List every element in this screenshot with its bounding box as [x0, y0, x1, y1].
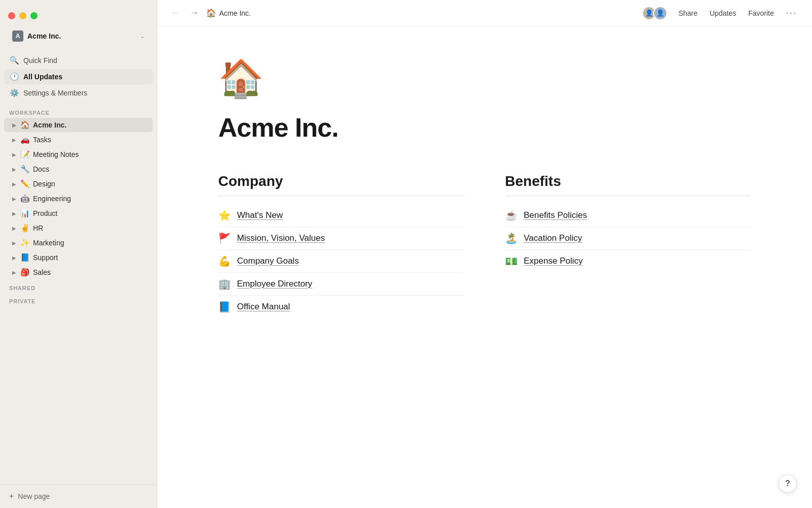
- clock-icon: 🕐: [9, 72, 19, 81]
- expense-emoji: 💵: [505, 255, 518, 267]
- sidebar-item-design[interactable]: ▶ ✏️ Design: [4, 177, 153, 191]
- workspace-name: Acme Inc.: [27, 32, 136, 40]
- traffic-lights: [8, 8, 149, 19]
- goals-emoji: 💪: [218, 255, 231, 267]
- help-button[interactable]: ?: [779, 474, 797, 493]
- benefits-links-list: ☕ Benefits Policies 🏝️ Vacation Policy 💵…: [505, 204, 751, 272]
- list-item[interactable]: ⭐ What's New: [218, 204, 464, 227]
- more-options-button[interactable]: ···: [781, 5, 802, 21]
- sidebar-item-support[interactable]: ▶ 📘 Support: [4, 250, 153, 265]
- benefits-heading: Benefits: [505, 173, 751, 196]
- sidebar-item-product[interactable]: ▶ 📊 Product: [4, 206, 153, 220]
- page-main-title: Acme Inc.: [218, 112, 751, 143]
- manual-emoji: 📘: [218, 301, 231, 313]
- sidebar-item-quick-find[interactable]: 🔍 Quick Find: [4, 53, 153, 68]
- expand-arrow-icon: ▶: [11, 196, 17, 202]
- new-page-button[interactable]: + New page: [4, 489, 153, 504]
- employee-directory-link[interactable]: Employee Directory: [237, 279, 312, 289]
- vacation-emoji: 🏝️: [505, 232, 518, 244]
- expand-arrow-icon: ▶: [11, 240, 17, 246]
- directory-emoji: 🏢: [218, 278, 231, 290]
- maximize-button[interactable]: [30, 12, 38, 19]
- close-button[interactable]: [8, 12, 15, 19]
- plus-icon: +: [9, 492, 14, 501]
- updates-button[interactable]: Updates: [704, 7, 741, 20]
- mission-emoji: 🚩: [218, 232, 231, 244]
- sidebar-item-acme-inc[interactable]: ▶ 🏠 Acme Inc.: [4, 118, 153, 132]
- sidebar-item-engineering[interactable]: ▶ 🤖 Engineering: [4, 192, 153, 206]
- page-body: 🏠 Acme Inc. Company ⭐ What's New 🚩 Missi…: [157, 26, 812, 508]
- list-item[interactable]: 🚩 Mission, Vision, Values: [218, 227, 464, 250]
- favorite-button[interactable]: Favorite: [743, 7, 779, 20]
- sidebar-nav: 🔍 Quick Find 🕐 All Updates ⚙️ Settings &…: [0, 51, 157, 104]
- expand-arrow-icon: ▶: [11, 122, 17, 128]
- workspace-tree: ▶ 🏠 Acme Inc. ▶ 🚗 Tasks ▶ 📝 Meeting Note…: [0, 118, 157, 280]
- sidebar-item-settings[interactable]: ⚙️ Settings & Members: [4, 85, 153, 101]
- list-item[interactable]: 💵 Expense Policy: [505, 250, 751, 272]
- list-item[interactable]: 💪 Company Goals: [218, 250, 464, 273]
- workspace-header[interactable]: A Acme Inc. ⌄: [8, 27, 149, 45]
- back-button[interactable]: ←: [167, 6, 183, 20]
- benefits-policies-link[interactable]: Benefits Policies: [524, 210, 587, 220]
- shared-section-label: SHARED: [0, 280, 157, 293]
- main-content: ← → 🏠 Acme Inc. 👤 👤 Share Updates Favori…: [157, 0, 812, 508]
- whats-new-link[interactable]: What's New: [237, 210, 283, 220]
- expand-arrow-icon: ▶: [11, 167, 17, 172]
- expand-arrow-icon: ▶: [11, 255, 17, 261]
- sidebar: A Acme Inc. ⌄ 🔍 Quick Find 🕐 All Updates…: [0, 0, 157, 508]
- toolbar-actions: 👤 👤 Share Updates Favorite ···: [642, 5, 802, 21]
- toolbar: ← → 🏠 Acme Inc. 👤 👤 Share Updates Favori…: [157, 0, 812, 26]
- office-manual-link[interactable]: Office Manual: [237, 302, 290, 312]
- chevron-down-icon: ⌄: [140, 33, 145, 40]
- vacation-policy-link[interactable]: Vacation Policy: [524, 233, 582, 243]
- forward-button[interactable]: →: [187, 6, 202, 20]
- benefits-section: Benefits ☕ Benefits Policies 🏝️ Vacation…: [505, 173, 751, 318]
- mission-link[interactable]: Mission, Vision, Values: [237, 233, 325, 243]
- expand-arrow-icon: ▶: [11, 226, 17, 231]
- list-item[interactable]: 🏝️ Vacation Policy: [505, 227, 751, 250]
- expense-policy-link[interactable]: Expense Policy: [524, 256, 583, 266]
- collaborator-avatars: 👤 👤: [642, 6, 667, 20]
- expand-arrow-icon: ▶: [11, 181, 17, 187]
- share-button[interactable]: Share: [673, 7, 702, 20]
- company-goals-link[interactable]: Company Goals: [237, 256, 299, 266]
- workspace-icon: A: [12, 30, 23, 42]
- sidebar-item-hr[interactable]: ▶ ✌️ HR: [4, 221, 153, 235]
- page-title: Acme Inc.: [219, 9, 251, 17]
- workspace-section-label: WORKSPACE: [0, 104, 157, 118]
- sidebar-item-meeting-notes[interactable]: ▶ 📝 Meeting Notes: [4, 147, 153, 162]
- expand-arrow-icon: ▶: [11, 270, 17, 275]
- expand-arrow-icon: ▶: [11, 152, 17, 157]
- sidebar-item-all-updates[interactable]: 🕐 All Updates: [4, 69, 153, 84]
- sidebar-item-marketing[interactable]: ▶ ✨ Marketing: [4, 236, 153, 250]
- hero-emoji: 🏠: [218, 57, 751, 100]
- private-section-label: PRIVATE: [0, 293, 157, 306]
- content-grid: Company ⭐ What's New 🚩 Mission, Vision, …: [218, 173, 751, 318]
- page-emoji: 🏠: [206, 8, 216, 18]
- sidebar-item-sales[interactable]: ▶ 🎒 Sales: [4, 265, 153, 279]
- gear-icon: ⚙️: [9, 88, 19, 98]
- sidebar-item-tasks[interactable]: ▶ 🚗 Tasks: [4, 133, 153, 147]
- list-item[interactable]: ☕ Benefits Policies: [505, 204, 751, 227]
- sidebar-bottom: + New page: [0, 484, 157, 508]
- list-item[interactable]: 📘 Office Manual: [218, 296, 464, 318]
- expand-arrow-icon: ▶: [11, 137, 17, 143]
- company-section: Company ⭐ What's New 🚩 Mission, Vision, …: [218, 173, 464, 318]
- benefits-policies-emoji: ☕: [505, 209, 518, 221]
- company-heading: Company: [218, 173, 464, 196]
- company-links-list: ⭐ What's New 🚩 Mission, Vision, Values 💪…: [218, 204, 464, 318]
- minimize-button[interactable]: [19, 12, 26, 19]
- whats-new-emoji: ⭐: [218, 209, 231, 221]
- avatar-2: 👤: [653, 6, 667, 20]
- breadcrumb: 🏠 Acme Inc.: [206, 8, 638, 18]
- expand-arrow-icon: ▶: [11, 211, 17, 216]
- search-icon: 🔍: [9, 56, 19, 65]
- list-item[interactable]: 🏢 Employee Directory: [218, 273, 464, 296]
- sidebar-item-docs[interactable]: ▶ 🔧 Docs: [4, 162, 153, 176]
